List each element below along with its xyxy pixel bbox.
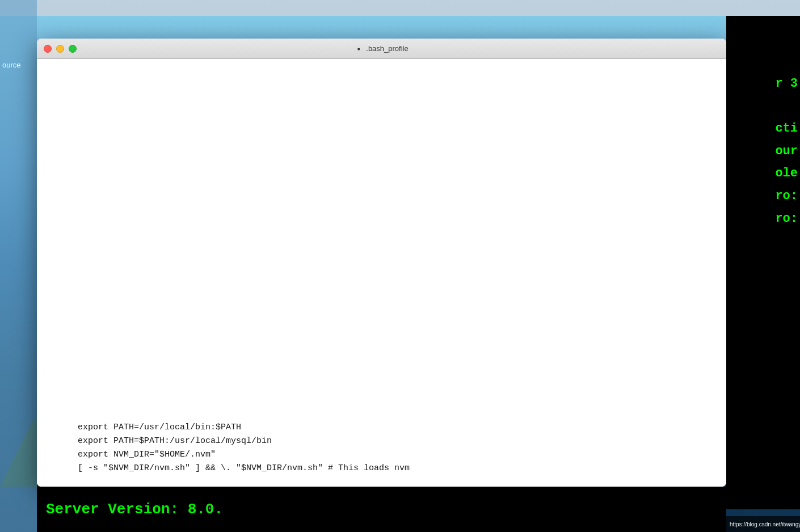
- window-title-text: .bash_profile: [366, 44, 408, 53]
- code-line-1: export PATH=/usr/local/bin:$PATH: [78, 421, 726, 434]
- editor-window: ▪ .bash_profile export PATH=/usr/local/b…: [37, 39, 726, 487]
- code-line-3: export NVM_DIR="$HOME/.nvm": [78, 448, 726, 462]
- right-terminal-panel: r 3ctiourolero:ro:: [726, 16, 800, 509]
- traffic-lights: [44, 45, 77, 53]
- top-bar: [0, 0, 800, 16]
- right-terminal-text: r 3ctiourolero:ro:: [775, 73, 800, 230]
- bottom-terminal-text: Server Version: 8.0.: [46, 501, 223, 518]
- bottom-terminal: Server Version: 8.0.: [37, 487, 726, 532]
- file-icon: ▪: [355, 44, 363, 53]
- minimize-button[interactable]: [56, 45, 64, 53]
- code-area: export PATH=/usr/local/bin:$PATH export …: [37, 409, 726, 487]
- code-line-2: export PATH=$PATH:/usr/local/mysql/bin: [78, 434, 726, 448]
- window-title: ▪ .bash_profile: [355, 44, 408, 53]
- url-text: https://blog.csdn.net/itwangyang520: [730, 521, 800, 527]
- close-button[interactable]: [44, 45, 52, 53]
- url-bar: https://blog.csdn.net/itwangyang520: [726, 516, 800, 532]
- editor-content[interactable]: export PATH=/usr/local/bin:$PATH export …: [37, 59, 726, 487]
- code-line-4: [ -s "$NVM_DIR/nvm.sh" ] && \. "$NVM_DIR…: [78, 462, 726, 475]
- maximize-button[interactable]: [69, 45, 77, 53]
- title-bar: ▪ .bash_profile: [37, 39, 726, 59]
- left-panel-label: ource: [0, 60, 23, 70]
- left-panel: ource: [0, 0, 37, 532]
